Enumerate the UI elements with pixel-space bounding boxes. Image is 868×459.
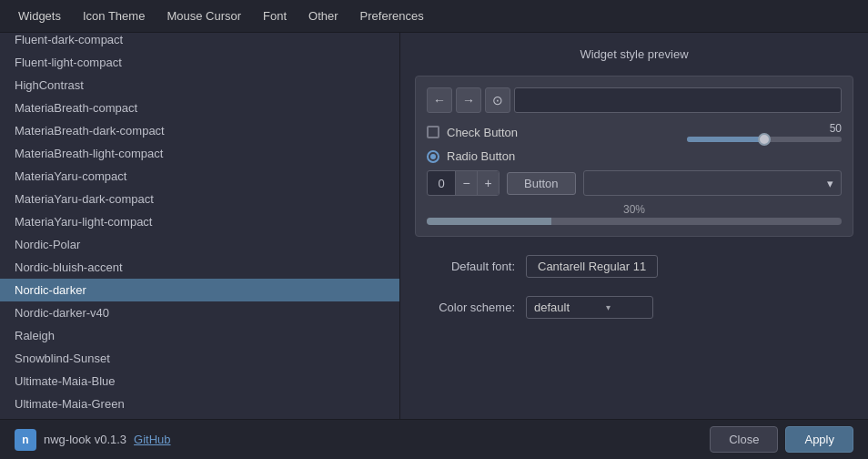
radio-label: Radio Button: [447, 149, 515, 163]
app-icon: n: [15, 429, 36, 451]
progress-fill: [427, 218, 551, 225]
radio-button[interactable]: [427, 150, 439, 163]
slider-fill: [687, 137, 764, 142]
theme-item[interactable]: MateriaBreath-dark-compact: [0, 119, 399, 142]
menu-icon-theme[interactable]: Icon Theme: [72, 5, 156, 26]
menu-other[interactable]: Other: [298, 5, 349, 26]
main-content: Cloudy-Light-BlueFluent-compactFluent-da…: [0, 33, 868, 419]
widget-preview: ← → ⊙ Check Button 50: [415, 76, 853, 237]
theme-item[interactable]: MateriaYaru-compact: [0, 165, 399, 188]
theme-item[interactable]: MateriaYaru-dark-compact: [0, 188, 399, 210]
color-scheme-label: Color scheme:: [415, 301, 515, 314]
theme-item[interactable]: Raleigh: [0, 324, 399, 347]
back-button[interactable]: ←: [427, 87, 452, 113]
radio-dot-inner: [430, 154, 436, 159]
theme-item[interactable]: HighContrast: [0, 74, 399, 97]
theme-item[interactable]: Fluent-light-compact: [0, 51, 399, 74]
color-scheme-row: Color scheme: default ▾: [415, 296, 853, 319]
theme-item[interactable]: Snowblind-Sunset: [0, 347, 399, 370]
theme-item[interactable]: Fluent-dark-compact: [0, 33, 399, 51]
progress-label: 30%: [427, 203, 842, 216]
scheme-dropdown-icon: ▾: [606, 302, 611, 312]
color-scheme-select[interactable]: default ▾: [526, 296, 653, 319]
theme-item[interactable]: Nordic-bluish-accent: [0, 256, 399, 279]
spinner-value: 0: [428, 174, 455, 193]
controls-row: 0 − + Button ▾: [427, 170, 842, 196]
menu-mouse-cursor[interactable]: Mouse Cursor: [156, 5, 252, 26]
font-display[interactable]: Cantarell Regular 11: [526, 255, 658, 278]
bottom-right: Close Apply: [710, 426, 853, 453]
app-name: nwg-look v0.1.3: [44, 433, 126, 446]
radio-row: Radio Button: [427, 149, 842, 163]
refresh-button[interactable]: ⊙: [485, 87, 510, 113]
bottom-left: n nwg-look v0.1.3 GitHub: [15, 429, 171, 451]
theme-item[interactable]: Ultimate-Maia-Blue: [0, 370, 399, 393]
preview-button[interactable]: Button: [507, 172, 576, 195]
theme-item[interactable]: MateriaBreath-compact: [0, 97, 399, 119]
theme-item[interactable]: MateriaYaru-light-compact: [0, 210, 399, 233]
apply-button[interactable]: Apply: [785, 426, 853, 453]
menu-preferences[interactable]: Preferences: [349, 5, 435, 26]
spinner-increase[interactable]: +: [477, 171, 499, 195]
theme-item[interactable]: Nordic-darker: [0, 279, 399, 301]
progress-bar: [427, 218, 842, 225]
check-row: Check Button 50: [427, 122, 842, 142]
theme-item[interactable]: Nordic-darker-v40: [0, 301, 399, 324]
scheme-value: default: [534, 301, 570, 314]
menu-font[interactable]: Font: [252, 5, 298, 26]
menubar: Widgets Icon Theme Mouse Cursor Font Oth…: [0, 0, 868, 33]
bottom-bar: n nwg-look v0.1.3 GitHub Close Apply: [0, 419, 868, 459]
theme-item[interactable]: MateriaBreath-light-compact: [0, 142, 399, 165]
theme-list[interactable]: Cloudy-Light-BlueFluent-compactFluent-da…: [0, 33, 400, 419]
spinner: 0 − +: [427, 170, 500, 196]
font-setting-row: Default font: Cantarell Regular 11: [415, 255, 853, 278]
check-label: Check Button: [447, 126, 518, 139]
slider-thumb[interactable]: [758, 133, 771, 146]
spinner-decrease[interactable]: −: [455, 171, 477, 195]
theme-item[interactable]: Nordic-Polar: [0, 233, 399, 256]
forward-button[interactable]: →: [456, 87, 481, 113]
font-label: Default font:: [415, 260, 515, 273]
theme-item[interactable]: Ultimate-Maia-Green: [0, 393, 399, 415]
slider-track[interactable]: [687, 137, 842, 142]
progress-row: 30%: [427, 203, 842, 225]
url-input[interactable]: [514, 87, 842, 113]
preview-toolbar: ← → ⊙: [427, 87, 842, 113]
menu-widgets[interactable]: Widgets: [7, 5, 72, 26]
preview-dropdown[interactable]: ▾: [583, 170, 842, 196]
github-link[interactable]: GitHub: [134, 433, 170, 446]
preview-panel: Widget style preview ← → ⊙ Check Button …: [400, 33, 868, 419]
spinner-buttons: − +: [455, 171, 499, 195]
preview-title: Widget style preview: [415, 47, 853, 61]
check-box[interactable]: [427, 126, 439, 138]
dropdown-arrow-icon: ▾: [827, 177, 833, 190]
close-button[interactable]: Close: [710, 426, 778, 453]
